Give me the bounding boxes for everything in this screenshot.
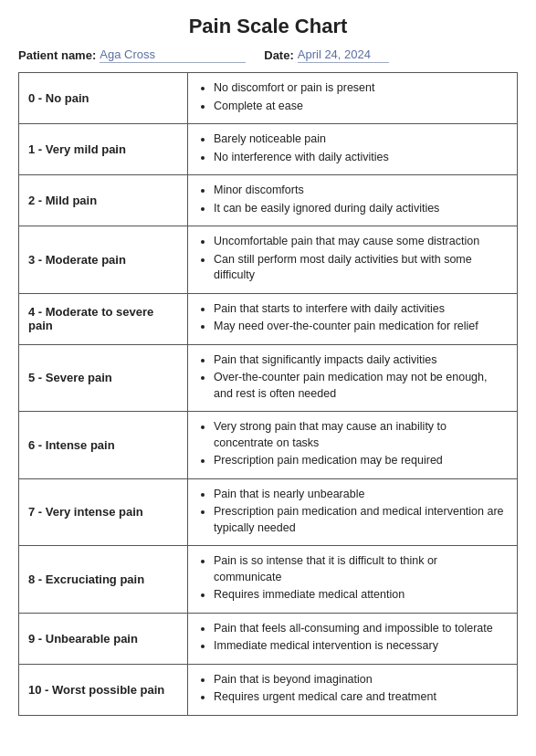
patient-name-value: Aga Cross — [100, 47, 246, 63]
list-item: Prescription pain medication and medical… — [214, 504, 508, 536]
table-row: 0 - No painNo discomfort or pain is pres… — [19, 73, 518, 124]
pain-level-desc: Pain that is beyond imaginationRequires … — [188, 664, 518, 715]
patient-name-label: Patient name: — [18, 48, 96, 62]
list-item: Pain that starts to interfere with daily… — [214, 301, 508, 318]
patient-info: Patient name: Aga Cross Date: April 24, … — [18, 47, 518, 63]
list-item: Very strong pain that may cause an inabi… — [214, 419, 508, 451]
list-item: Over-the-counter pain medication may not… — [214, 370, 508, 402]
list-item: Can still perform most daily activities … — [214, 252, 508, 284]
pain-level-desc: Very strong pain that may cause an inabi… — [188, 412, 518, 479]
list-item: It can be easily ignored during daily ac… — [214, 201, 508, 217]
page-title: Pain Scale Chart — [18, 15, 518, 38]
table-row: 1 - Very mild painBarely noticeable pain… — [19, 124, 518, 175]
list-item: Requires immediate medical attention — [214, 587, 508, 604]
pain-level-desc: Pain that feels all-consuming and imposs… — [188, 613, 518, 664]
pain-level-desc: Pain that starts to interfere with daily… — [188, 293, 518, 344]
list-item: Immediate medical intervention is necess… — [214, 638, 508, 655]
table-row: 6 - Intense painVery strong pain that ma… — [19, 412, 518, 479]
table-row: 3 - Moderate painUncomfortable pain that… — [19, 226, 518, 294]
pain-level-desc: No discomfort or pain is presentComplete… — [188, 73, 518, 124]
pain-level-desc: Minor discomfortsIt can be easily ignore… — [188, 175, 518, 226]
list-item: Pain is so intense that it is difficult … — [214, 553, 508, 585]
list-item: Pain that is nearly unbearable — [214, 487, 508, 503]
pain-level-desc: Pain is so intense that it is difficult … — [188, 546, 518, 614]
pain-level-label: 8 - Excruciating pain — [19, 546, 188, 614]
list-item: Minor discomforts — [214, 183, 508, 199]
pain-level-label: 10 - Worst possible pain — [19, 664, 188, 715]
list-item: Pain that is beyond imagination — [214, 672, 508, 688]
list-item: No interference with daily activities — [214, 150, 508, 166]
table-row: 10 - Worst possible painPain that is bey… — [19, 664, 518, 715]
pain-level-desc: Uncomfortable pain that may cause some d… — [188, 226, 518, 294]
list-item: Uncomfortable pain that may cause some d… — [214, 234, 508, 250]
pain-scale-table: 0 - No painNo discomfort or pain is pres… — [18, 72, 518, 716]
pain-level-desc: Pain that significantly impacts daily ac… — [188, 344, 518, 412]
table-row: 8 - Excruciating painPain is so intense … — [19, 546, 518, 614]
pain-level-label: 5 - Severe pain — [19, 344, 188, 412]
table-row: 5 - Severe painPain that significantly i… — [19, 344, 518, 412]
table-row: 9 - Unbearable painPain that feels all-c… — [19, 613, 518, 664]
list-item: No discomfort or pain is present — [214, 80, 508, 97]
date-label: Date: — [264, 48, 294, 62]
pain-level-label: 2 - Mild pain — [19, 175, 188, 226]
pain-level-label: 0 - No pain — [19, 73, 188, 124]
list-item: Pain that significantly impacts daily ac… — [214, 352, 508, 369]
pain-level-desc: Barely noticeable painNo interference wi… — [188, 124, 518, 175]
pain-level-desc: Pain that is nearly unbearablePrescripti… — [188, 478, 518, 546]
pain-level-label: 7 - Very intense pain — [19, 478, 188, 546]
table-row: 2 - Mild painMinor discomfortsIt can be … — [19, 175, 518, 226]
pain-level-label: 3 - Moderate pain — [19, 226, 188, 294]
list-item: Requires urgent medical care and treatme… — [214, 689, 508, 706]
list-item: May need over-the-counter pain medicatio… — [214, 319, 508, 335]
date-value: April 24, 2024 — [298, 47, 389, 63]
table-row: 7 - Very intense painPain that is nearly… — [19, 478, 518, 546]
pain-level-label: 4 - Moderate to severe pain — [19, 293, 188, 344]
table-row: 4 - Moderate to severe painPain that sta… — [19, 293, 518, 344]
list-item: Complete at ease — [214, 99, 508, 115]
list-item: Prescription pain medication may be requ… — [214, 453, 508, 469]
pain-level-label: 9 - Unbearable pain — [19, 613, 188, 664]
pain-level-label: 1 - Very mild pain — [19, 124, 188, 175]
list-item: Barely noticeable pain — [214, 131, 508, 148]
pain-level-label: 6 - Intense pain — [19, 412, 188, 479]
list-item: Pain that feels all-consuming and imposs… — [214, 621, 508, 637]
